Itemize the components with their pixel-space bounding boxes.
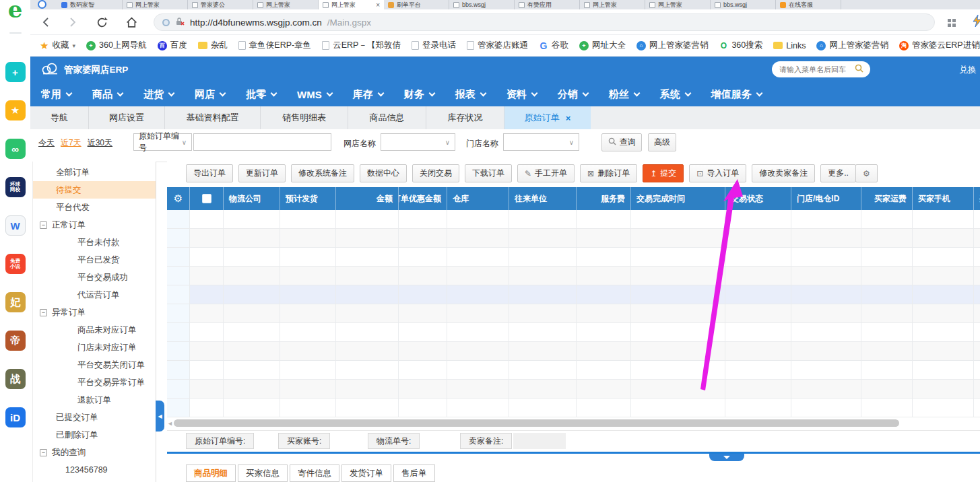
bookmark-item[interactable]: Links <box>773 41 806 50</box>
reload-icon[interactable] <box>95 15 108 29</box>
sidebar-item[interactable]: 平台未付款 <box>33 234 156 251</box>
sidebar-item[interactable]: 已提交订单 <box>33 409 156 426</box>
search-icon[interactable] <box>855 64 863 75</box>
nav-item-2[interactable]: 进货 <box>143 88 174 101</box>
toolbar-button[interactable]: 修改系统备注 <box>291 164 354 182</box>
toolbar-button[interactable]: 更多.. <box>820 164 856 182</box>
column-header[interactable]: 预计发货 <box>280 187 336 210</box>
favorites-star-icon[interactable]: ★ <box>5 100 26 120</box>
back-icon[interactable] <box>40 15 53 29</box>
store-name-select[interactable]: ∨ <box>503 133 579 151</box>
apps-grid-icon[interactable] <box>945 16 958 30</box>
toolbar-button[interactable]: ⊠删除订单 <box>580 164 637 182</box>
exchange-link[interactable]: 兑换 <box>959 64 977 76</box>
nav-item-11[interactable]: 粉丝 <box>609 88 639 101</box>
query-button[interactable]: 查询 <box>601 133 642 151</box>
bookmark-item[interactable]: O360搜索 <box>719 40 762 51</box>
table-row[interactable] <box>167 323 980 342</box>
bookmark-item[interactable]: G谷歌 <box>539 40 568 51</box>
sidebar-item[interactable]: 退款订单 <box>33 391 156 409</box>
sidebar-collapse-handle[interactable]: ◀ <box>156 401 164 432</box>
column-header[interactable]: 仓库 <box>447 187 509 210</box>
bookmark-item[interactable]: ⌂网上管家婆营销 <box>636 40 709 51</box>
nav-item-8[interactable]: 报表 <box>455 88 486 101</box>
table-row[interactable] <box>167 267 980 285</box>
toolbar-button[interactable]: ✎手工开单 <box>517 164 575 182</box>
tree-collapse-icon[interactable]: − <box>40 449 47 456</box>
nav-item-9[interactable]: 资料 <box>507 88 537 101</box>
order-search-box[interactable] <box>193 133 331 151</box>
browser-tab[interactable]: 网上管家 <box>580 0 645 9</box>
nav-item-13[interactable]: 增值服务 <box>711 88 762 101</box>
browser-tab[interactable]: bbs.wsgj <box>711 0 776 9</box>
quick-range-link[interactable]: 近30天 <box>88 137 112 149</box>
tab-close-icon[interactable]: × <box>566 113 571 123</box>
horizontal-scrollbar[interactable]: ◄ <box>167 419 980 427</box>
nav-item-5[interactable]: WMS <box>297 89 332 100</box>
browser-tab[interactable]: 有赞应用 <box>515 0 580 9</box>
sidebar-item[interactable]: 待提交 <box>33 181 156 199</box>
page-tab-active[interactable]: 原始订单× <box>504 106 591 129</box>
table-row[interactable] <box>167 304 980 323</box>
gear-icon[interactable]: ⚙ <box>174 193 183 205</box>
column-header[interactable]: 买家手机 <box>913 187 974 210</box>
sidebar-item[interactable]: 全部订单 <box>33 164 156 181</box>
page-tab[interactable]: 网店设置 <box>89 106 165 129</box>
column-header[interactable]: 交易状态 <box>725 187 791 210</box>
bookmark-item[interactable]: ⌂网上管家婆营销 <box>816 40 888 51</box>
advanced-button[interactable]: 高级 <box>648 133 676 151</box>
menu-search-input[interactable] <box>778 65 851 74</box>
column-header[interactable]: 买家运费 <box>861 187 913 210</box>
page-tab[interactable]: 基础资料配置 <box>165 106 261 129</box>
browser-tab[interactable]: 网上管家 <box>645 0 711 9</box>
browser-tab[interactable]: 在线客服 <box>776 0 841 9</box>
column-header[interactable]: 物流公司 <box>224 187 280 210</box>
sidebar-item[interactable]: 代运营订单 <box>33 286 156 304</box>
scroll-left-icon[interactable]: ◄ <box>167 420 173 427</box>
select-all-checkbox[interactable] <box>202 194 211 203</box>
home-icon[interactable] <box>125 15 138 29</box>
sidebar-item[interactable]: −异常订单 <box>33 304 156 321</box>
bookmark-item[interactable]: 杂乱 <box>198 40 228 51</box>
table-row[interactable] <box>167 248 980 267</box>
nav-item-7[interactable]: 财务 <box>404 88 434 101</box>
id-app-icon[interactable]: iD <box>5 407 26 427</box>
page-tab[interactable]: 导航 <box>30 106 89 129</box>
detail-tab[interactable]: 买家信息 <box>238 464 288 482</box>
column-header[interactable]: 订单优惠金额 <box>399 187 447 210</box>
sidebar-item[interactable]: −我的查询 <box>33 444 156 461</box>
detail-tab[interactable]: 发货订单 <box>341 464 391 482</box>
bookmark-item[interactable]: 百百度 <box>158 40 187 51</box>
toolbar-button[interactable]: ⊡导入订单 <box>689 164 746 182</box>
toolbar-button[interactable]: 下载订单 <box>465 164 512 182</box>
page-tab[interactable]: 商品信息 <box>348 106 426 129</box>
table-row[interactable] <box>167 342 980 361</box>
gear-header-cell[interactable]: ⚙ <box>167 187 190 210</box>
toolbar-button[interactable]: 关闭交易 <box>412 164 459 182</box>
nav-item-1[interactable]: 商品 <box>92 88 123 101</box>
bookmark-item[interactable]: 淘管家婆云ERP进销 <box>899 40 980 51</box>
bookmark-item[interactable]: 登录电话 <box>412 40 456 51</box>
favorites-menu[interactable]: ★ 收藏 ▾ <box>40 40 75 52</box>
sidebar-item[interactable]: 123456789 <box>33 461 156 479</box>
table-row[interactable] <box>167 361 980 380</box>
table-row[interactable] <box>167 380 980 399</box>
nav-item-4[interactable]: 批零 <box>246 88 276 101</box>
nav-item-0[interactable]: 常用 <box>41 88 71 101</box>
battle-game-icon[interactable]: 战 <box>5 369 26 389</box>
toolbar-button[interactable]: 导出订单 <box>186 164 233 182</box>
column-header[interactable]: 交易完成时间 <box>631 187 725 210</box>
browser-tab[interactable]: 网上管家× <box>319 0 384 9</box>
sidebar-item[interactable]: 平台交易关闭订单 <box>33 356 156 374</box>
page-tab[interactable]: 销售明细表 <box>261 106 348 129</box>
tree-collapse-icon[interactable]: − <box>40 221 47 229</box>
browser-tab[interactable]: 网上管家 <box>253 0 319 9</box>
quick-range-link[interactable]: 今天 <box>38 137 55 149</box>
bookmark-item[interactable]: +网址大全 <box>579 40 626 51</box>
column-header[interactable]: 买家 <box>974 187 980 210</box>
emperor-game-icon[interactable]: 帝 <box>5 331 26 351</box>
column-header[interactable]: 金额 <box>336 187 399 210</box>
huanqiu-school-icon[interactable]: 环球网校 <box>5 177 26 197</box>
page-tab[interactable]: 库存状况 <box>426 106 504 129</box>
toolbar-button[interactable]: 更新订单 <box>238 164 286 182</box>
